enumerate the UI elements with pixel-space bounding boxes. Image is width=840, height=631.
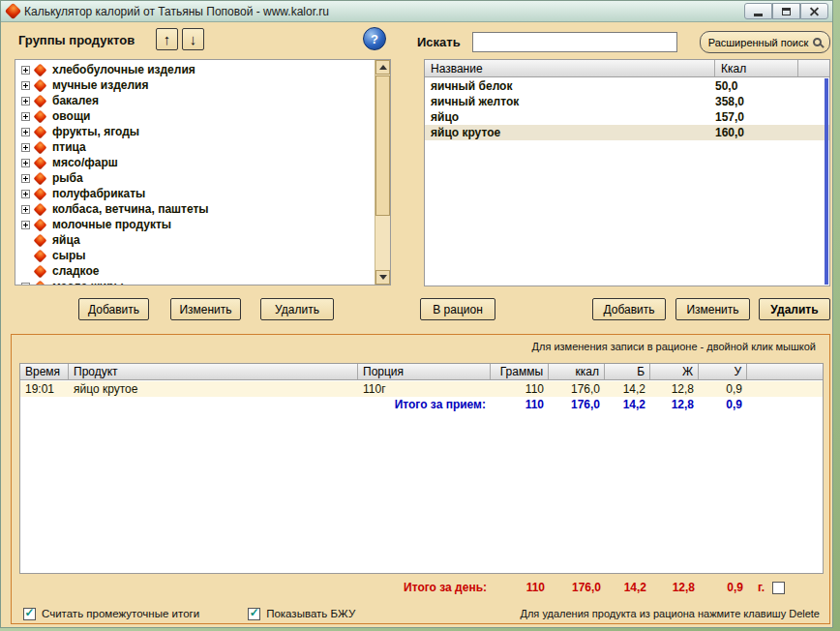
advanced-search-button[interactable]: Расширенный поиск xyxy=(700,31,830,53)
tree-item-label: хлебобулочные изделия xyxy=(52,63,195,76)
scroll-down-button[interactable] xyxy=(375,270,390,285)
product-name: яйцо крутое xyxy=(425,126,715,139)
expand-icon[interactable] xyxy=(21,128,30,136)
product-add-button[interactable]: Добавить xyxy=(592,298,666,320)
ration-kcal: 176,0 xyxy=(549,382,605,396)
scroll-thumb[interactable] xyxy=(375,75,390,216)
column-header-name[interactable]: Название xyxy=(425,60,715,76)
product-row-selected[interactable]: яйцо крутое 160,0 xyxy=(425,125,829,140)
product-kcal: 358,0 xyxy=(715,95,798,108)
ration-row[interactable]: 19:01 яйцо крутое 110г 110 176,0 14,2 12… xyxy=(20,381,823,397)
help-button[interactable] xyxy=(363,27,386,50)
tree-item-label: рыба xyxy=(52,171,83,185)
close-button[interactable] xyxy=(800,3,828,19)
total-grams-checkbox[interactable] xyxy=(772,582,785,594)
window-title: Калькулятор калорий от Татьяны Поповой -… xyxy=(24,5,329,18)
category-icon xyxy=(33,125,46,138)
day-total-protein: 14,2 xyxy=(606,581,651,594)
column-header-kcal[interactable]: ккал xyxy=(549,364,605,379)
expand-icon[interactable] xyxy=(21,66,30,75)
product-kcal: 50,0 xyxy=(715,79,798,93)
tree-item[interactable]: яйца xyxy=(15,232,375,248)
bju-checkbox-label: Показывать БЖУ xyxy=(266,608,355,619)
column-header-portion[interactable]: Порция xyxy=(358,364,491,379)
column-header-fat[interactable]: Ж xyxy=(650,364,699,379)
tree-item[interactable]: полуфабрикаты xyxy=(15,186,375,201)
tree-item[interactable]: птица xyxy=(15,139,375,155)
tree-item-label: мясо/фарш xyxy=(52,156,118,169)
column-header-kcal[interactable]: Ккал xyxy=(715,60,798,76)
tree-item[interactable]: бакалея xyxy=(15,93,375,108)
product-edit-button[interactable]: Изменить xyxy=(675,298,750,320)
minimize-button[interactable] xyxy=(744,3,772,19)
expand-icon[interactable] xyxy=(21,159,30,167)
column-header-protein[interactable]: Б xyxy=(605,364,650,379)
column-header-time[interactable]: Время xyxy=(20,364,69,379)
move-down-button[interactable] xyxy=(182,28,204,50)
group-delete-button[interactable]: Удалить xyxy=(260,298,334,320)
category-icon xyxy=(33,63,46,76)
product-row[interactable]: яичный белок 50,0 xyxy=(425,78,829,94)
category-icon xyxy=(33,140,46,154)
tree-item[interactable]: колбаса, ветчина, паштеты xyxy=(15,201,375,217)
expand-icon[interactable] xyxy=(21,81,30,90)
subtotal-carbs: 0,9 xyxy=(699,398,747,411)
category-icon xyxy=(33,264,46,278)
day-total-carbs: 0,9 xyxy=(700,581,748,594)
tree-scrollbar[interactable] xyxy=(375,60,390,285)
day-total-fat: 12,8 xyxy=(651,581,700,594)
expand-icon[interactable] xyxy=(21,174,30,183)
subtotals-checkbox[interactable] xyxy=(23,608,36,620)
tree-item-label: колбаса, ветчина, паштеты xyxy=(52,202,209,216)
grams-unit-label: г. xyxy=(758,581,765,594)
ration-grams: 110 xyxy=(491,382,549,396)
tree-item[interactable]: рыба xyxy=(15,170,375,186)
subtotal-grams: 110 xyxy=(491,398,549,411)
group-add-button[interactable]: Добавить xyxy=(78,298,149,320)
minimize-icon xyxy=(754,14,763,16)
scroll-up-button[interactable] xyxy=(375,60,390,75)
category-icon xyxy=(33,202,46,216)
category-icon xyxy=(33,156,46,169)
tree-item[interactable]: сладкое xyxy=(15,263,375,279)
expand-icon[interactable] xyxy=(21,143,30,152)
column-header-product[interactable]: Продукт xyxy=(69,364,358,379)
tree-item[interactable]: мясо/фарш xyxy=(15,155,375,170)
maximize-button[interactable] xyxy=(772,3,800,19)
column-header-grams[interactable]: Граммы xyxy=(491,364,549,379)
search-label: Искать xyxy=(417,35,461,49)
product-delete-button[interactable]: Удалить xyxy=(759,298,830,320)
expand-icon[interactable] xyxy=(21,221,30,229)
titlebar[interactable]: Калькулятор калорий от Татьяны Поповой -… xyxy=(1,1,832,22)
tree-item[interactable]: фрукты, ягоды xyxy=(15,124,375,139)
move-up-button[interactable] xyxy=(156,28,178,50)
expand-icon[interactable] xyxy=(21,112,30,121)
bju-checkbox[interactable] xyxy=(248,608,260,620)
ration-time: 19:01 xyxy=(20,382,69,396)
expand-icon[interactable] xyxy=(21,283,30,286)
search-input[interactable] xyxy=(472,32,677,52)
delete-hint: Для удаления продукта из рациона нажмите… xyxy=(521,608,821,619)
group-edit-button[interactable]: Изменить xyxy=(170,298,241,320)
tree-item[interactable]: мучные изделия xyxy=(15,77,375,93)
expand-icon[interactable] xyxy=(21,190,30,198)
arrow-up-icon xyxy=(164,31,171,47)
product-row[interactable]: яичный желток 358,0 xyxy=(425,94,829,109)
tree-item-label: бакалея xyxy=(52,94,99,107)
tree-item[interactable]: сыры xyxy=(15,248,375,263)
product-row[interactable]: яйцо 157,0 xyxy=(425,109,829,125)
category-icon xyxy=(33,171,46,185)
tree-item[interactable]: хлебобулочные изделия xyxy=(15,62,375,77)
tree-item-label: молочные продукты xyxy=(52,218,171,231)
tree-item[interactable]: молочные продукты xyxy=(15,217,375,232)
ration-footer: Считать промежуточные итоги Показывать Б… xyxy=(23,606,820,621)
ration-fat: 12,8 xyxy=(650,382,699,396)
products-scrollbar[interactable] xyxy=(825,78,828,285)
expand-icon[interactable] xyxy=(21,97,30,105)
tree-item[interactable]: масла-жиры xyxy=(15,279,375,285)
to-ration-button[interactable]: В рацион xyxy=(420,298,495,320)
column-header-carbs[interactable]: У xyxy=(699,364,747,379)
tree-item[interactable]: овощи xyxy=(15,108,375,124)
expand-icon[interactable] xyxy=(21,205,30,214)
tree-item-label: овощи xyxy=(52,109,90,123)
